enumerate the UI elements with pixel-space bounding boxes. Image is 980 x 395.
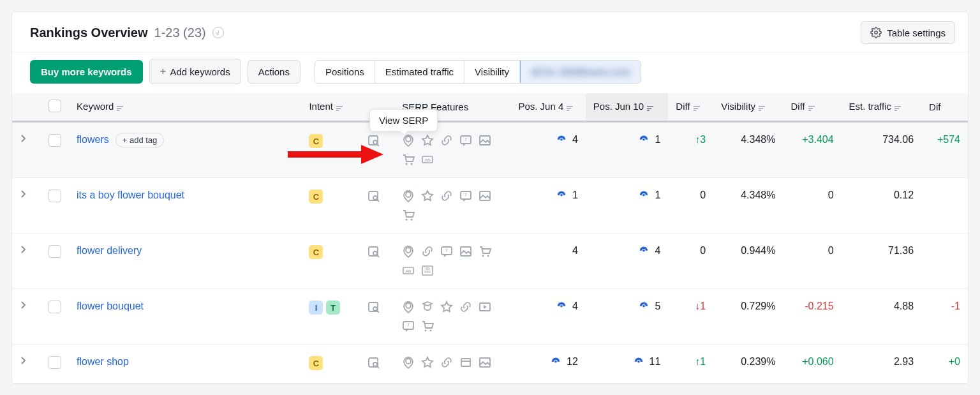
ads-icon — [421, 153, 434, 166]
sort-icon — [116, 102, 124, 113]
pos-prev-value: 4 — [518, 245, 577, 257]
visibility-value: 0.729% — [741, 301, 775, 311]
sort-icon — [566, 102, 574, 113]
tab-visibility[interactable]: Visibility — [464, 61, 520, 83]
visibility-value: 4.348% — [741, 134, 775, 145]
svg-marker-2 — [361, 145, 383, 164]
diff-pos-value: 0 — [700, 190, 706, 200]
traffic-value: 71.36 — [888, 245, 914, 256]
col-traffic[interactable]: Est. traffic — [842, 93, 922, 122]
diff-pos-value: ↑1 — [695, 356, 706, 367]
col-diff1[interactable]: Diff — [668, 93, 713, 122]
sort-icon — [693, 102, 701, 113]
forum-icon — [459, 134, 472, 147]
table-row: its a boy flower bouquetC 1104.348%00.12 — [12, 178, 968, 234]
diff-traffic-value: +0 — [949, 356, 960, 367]
tab-blurred[interactable]: All for 1800flowers.com — [520, 60, 641, 84]
pos-cur-value: 11 — [593, 356, 661, 368]
diff-pos-value: ↓1 — [695, 301, 706, 311]
add-keywords-button[interactable]: + Add keywords — [149, 59, 241, 84]
table-header-row: Keyword Intent SERP Features Pos. Jun 4 … — [12, 93, 968, 122]
pos-cur-value: 1 — [593, 134, 661, 145]
diff-pos-value: ↑3 — [695, 134, 706, 145]
add-tag-button[interactable]: + add tag — [115, 133, 165, 147]
table-row: flowers+ add tagC 41↑34.348%+3.404734.06… — [12, 122, 968, 178]
rankings-panel: Rankings Overview 1-23 (23) i Table sett… — [11, 11, 969, 384]
col-pos-cur[interactable]: Pos. Jun 10 — [586, 93, 669, 122]
expand-row-icon[interactable] — [20, 245, 26, 256]
buy-keywords-button[interactable]: Buy more keywords — [30, 60, 143, 84]
expand-row-icon[interactable] — [20, 134, 26, 145]
link-icon — [440, 356, 453, 369]
row-checkbox[interactable] — [48, 190, 61, 202]
sitelink-icon — [556, 301, 567, 312]
sitelink-icon — [638, 245, 650, 257]
tab-estimated-traffic[interactable]: Estimated traffic — [375, 61, 464, 83]
view-serp-button[interactable] — [368, 304, 380, 315]
image-icon — [479, 134, 491, 147]
pos-prev-value: 4 — [518, 301, 577, 312]
knowledge-icon — [421, 301, 434, 313]
cart-icon — [402, 209, 415, 221]
diff-traffic-value: -1 — [951, 301, 960, 311]
visibility-value: 4.348% — [741, 190, 775, 200]
keyword-link[interactable]: its a boy flower bouquet — [77, 190, 184, 200]
info-icon[interactable]: i — [212, 27, 224, 38]
actions-button[interactable]: Actions — [248, 60, 301, 84]
diff-vis-value: +0.060 — [802, 356, 833, 367]
keyword-link[interactable]: flower delivery — [77, 245, 142, 256]
view-serp-button[interactable] — [368, 193, 380, 204]
expand-row-icon[interactable] — [20, 301, 26, 311]
tab-positions[interactable]: Positions — [315, 61, 375, 83]
row-checkbox[interactable] — [48, 356, 61, 369]
expand-row-icon[interactable] — [20, 190, 26, 200]
forum-icon — [440, 245, 453, 258]
cart-icon — [402, 153, 415, 166]
visibility-value: 0.239% — [741, 356, 775, 367]
pos-prev-value: 12 — [518, 356, 577, 368]
toolbar: Buy more keywords + Add keywords Actions… — [12, 52, 968, 93]
view-serp-button[interactable] — [368, 360, 380, 371]
link-icon — [421, 245, 434, 258]
pos-cur-value: 4 — [593, 245, 661, 257]
image-icon — [459, 245, 472, 258]
diff-pos-value: 0 — [700, 245, 706, 256]
table-row: flower bouquetI T 45↓10.729%-0.2154.88-1 — [12, 289, 968, 345]
table-settings-button[interactable]: Table settings — [861, 21, 955, 44]
image-icon — [479, 356, 491, 369]
col-diff2[interactable]: Diff — [783, 93, 841, 122]
serp-features — [402, 245, 503, 277]
row-checkbox[interactable] — [48, 301, 61, 313]
view-serp-button[interactable] — [368, 249, 380, 260]
intent-badge-i: I — [309, 301, 323, 315]
col-keyword[interactable]: Keyword — [69, 93, 301, 122]
col-visibility[interactable]: Visibility — [713, 93, 783, 122]
serp-features — [402, 356, 503, 369]
pos-prev-value: 4 — [518, 134, 577, 145]
keyword-link[interactable]: flower bouquet — [77, 301, 144, 311]
sitelink-icon — [633, 356, 644, 368]
view-tabs: Positions Estimated traffic Visibility A… — [315, 60, 641, 84]
traffic-value: 0.12 — [894, 190, 914, 200]
serp-features — [402, 190, 503, 221]
col-pos-prev[interactable]: Pos. Jun 4 — [510, 93, 585, 122]
select-all-checkbox[interactable] — [48, 100, 61, 112]
col-intent[interactable]: Intent — [301, 93, 359, 122]
keyword-link[interactable]: flower shop — [77, 356, 129, 367]
pos-cur-value: 5 — [593, 301, 661, 312]
col-diff3[interactable]: Dif — [921, 93, 968, 122]
intent-badge-t: T — [326, 301, 340, 315]
expand-row-icon[interactable] — [20, 356, 26, 367]
keyword-link[interactable]: flowers — [77, 134, 109, 145]
view-serp-tooltip: View SERP — [369, 109, 438, 131]
forum-icon — [402, 320, 415, 332]
pos-cur-value: 1 — [593, 190, 661, 201]
sort-icon — [646, 102, 654, 113]
svg-point-0 — [875, 31, 878, 34]
row-checkbox[interactable] — [48, 134, 61, 147]
sort-icon — [894, 102, 902, 113]
row-checkbox[interactable] — [48, 245, 61, 258]
intent-badge-c: C — [309, 190, 323, 204]
plus-icon: + — [160, 65, 167, 78]
cart-icon — [479, 245, 491, 258]
